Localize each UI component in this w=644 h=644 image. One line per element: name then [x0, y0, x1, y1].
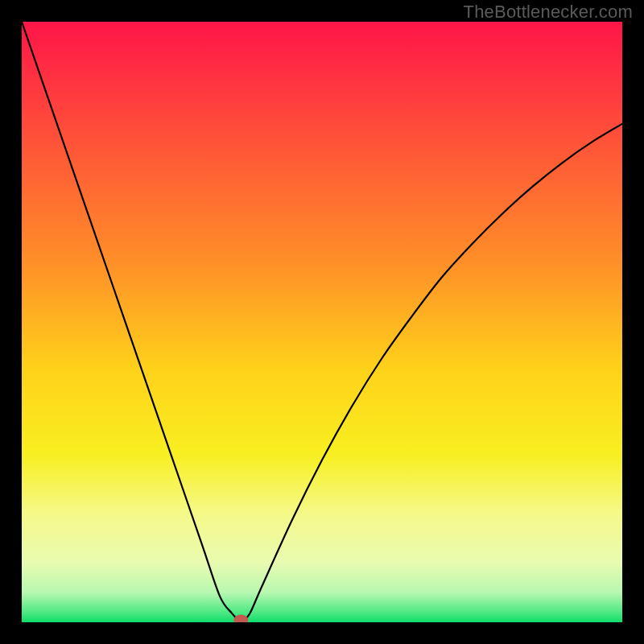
- chart-plot-area: [22, 22, 622, 622]
- watermark-text: TheBottlenecker.com: [464, 2, 633, 23]
- chart-svg: [22, 22, 622, 622]
- chart-background: [22, 22, 622, 622]
